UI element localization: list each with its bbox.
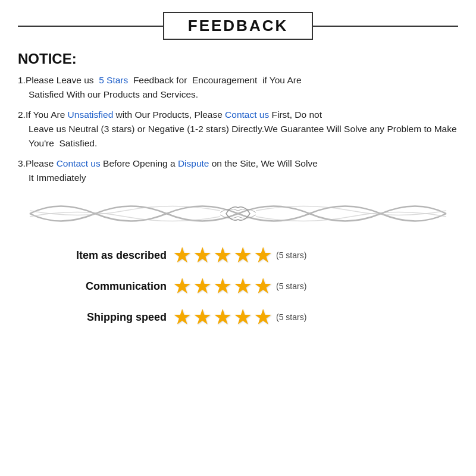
highlight-contact-1: Contact us: [225, 109, 269, 120]
star-5: ★: [253, 245, 273, 266]
notice-item-2-cont: Leave us Neutral (3 stars) or Negative (…: [18, 122, 458, 151]
page: FEEDBACK NOTICE: 1.Please Leave us 5 Sta…: [0, 0, 476, 476]
rating-row-item: Item as described ★ ★ ★ ★ ★ (5 stars): [42, 245, 458, 266]
star-5: ★: [253, 306, 273, 328]
star-1: ★: [173, 306, 192, 328]
notice-item-2: 2.If You Are Unsatisfied with Our Produc…: [18, 108, 458, 151]
notice-item-1-cont: Satisfied With our Products and Services…: [18, 87, 458, 102]
star-3: ★: [213, 306, 232, 328]
rating-count-ship: (5 stars): [276, 312, 306, 322]
star-2: ★: [193, 306, 212, 328]
rating-label-ship: Shipping speed: [42, 311, 167, 324]
notice-item-3-cont: It Immediately: [18, 171, 458, 185]
rating-row-ship: Shipping speed ★ ★ ★ ★ ★ (5 stars): [42, 306, 458, 328]
feedback-header: FEEDBACK: [18, 12, 458, 40]
ratings-section: Item as described ★ ★ ★ ★ ★ (5 stars) Co…: [18, 245, 458, 328]
star-2: ★: [193, 275, 212, 297]
star-5: ★: [253, 275, 273, 297]
header-line-right: [313, 26, 458, 27]
rating-stars-item: ★ ★ ★ ★ ★ (5 stars): [173, 245, 306, 266]
highlight-contact-2: Contact us: [57, 158, 101, 168]
notice-item-3: 3.Please Contact us Before Opening a Dis…: [18, 156, 458, 185]
star-3: ★: [213, 275, 232, 297]
rating-stars-comm: ★ ★ ★ ★ ★ (5 stars): [173, 275, 306, 297]
highlight-dispute: Dispute: [178, 158, 209, 168]
notice-title: NOTICE:: [18, 51, 458, 67]
rating-label-comm: Communication: [42, 280, 167, 293]
rating-label-item: Item as described: [42, 249, 167, 262]
rating-count-comm: (5 stars): [276, 281, 306, 291]
star-4: ★: [233, 306, 252, 328]
decorative-divider: [18, 196, 458, 231]
header-line-left: [18, 26, 163, 27]
star-1: ★: [173, 245, 192, 266]
notice-section: NOTICE: 1.Please Leave us 5 Stars Feedba…: [18, 51, 458, 185]
star-4: ★: [233, 275, 252, 297]
feedback-title: FEEDBACK: [163, 12, 313, 40]
notice-item-1: 1.Please Leave us 5 Stars Feedback for E…: [18, 73, 458, 102]
rating-count-item: (5 stars): [276, 250, 306, 260]
star-4: ★: [233, 245, 252, 266]
highlight-5stars: 5 Stars: [99, 75, 128, 85]
star-3: ★: [213, 245, 232, 266]
star-1: ★: [173, 275, 192, 297]
rating-row-comm: Communication ★ ★ ★ ★ ★ (5 stars): [42, 275, 458, 297]
star-2: ★: [193, 245, 212, 266]
rating-stars-ship: ★ ★ ★ ★ ★ (5 stars): [173, 306, 306, 328]
highlight-unsatisfied: Unsatisfied: [68, 109, 114, 120]
